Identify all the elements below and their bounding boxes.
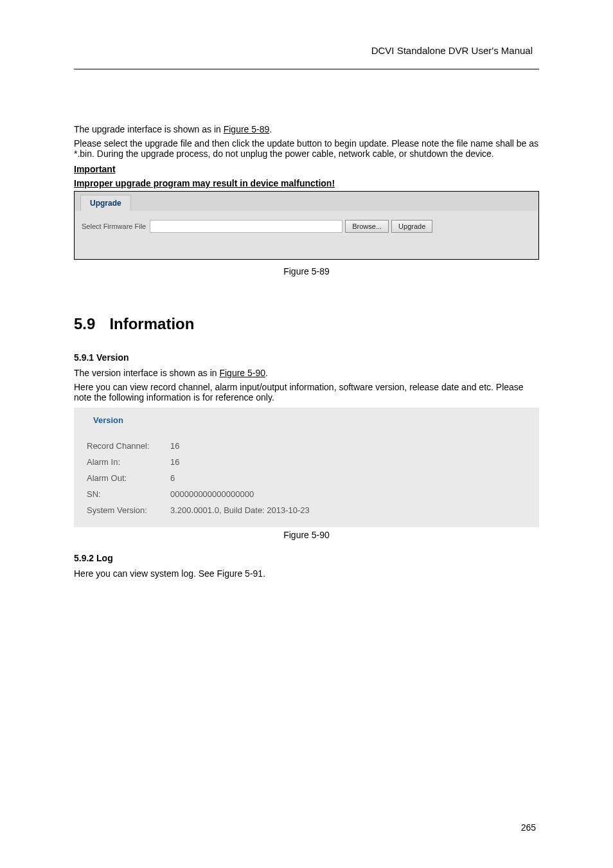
section-number: 5.9 (74, 315, 95, 333)
subsection-title: Version (96, 352, 129, 363)
subsection-number: 5.9.1 (74, 352, 94, 363)
section-title: Information (109, 315, 194, 333)
version-intro-text-1-end: . (265, 368, 268, 378)
value-record-channel: 16 (170, 441, 179, 451)
version-panel: Version Record Channel: 16 Alarm In: 16 … (74, 408, 539, 527)
label-alarm-in: Alarm In: (87, 457, 170, 467)
label-record-channel: Record Channel: (87, 441, 170, 451)
intro-text-1: The upgrade interface is shown as in (74, 124, 224, 134)
header-rule (74, 69, 539, 69)
important-text: Improper upgrade program may result in d… (74, 178, 539, 188)
row-record-channel: Record Channel: 16 (87, 438, 526, 454)
version-tab-bar: Version (74, 408, 539, 429)
section-heading: 5.9 Information (74, 315, 539, 333)
upgrade-button[interactable]: Upgrade (391, 220, 432, 233)
subsection-log-heading: 5.9.2 Log (74, 553, 539, 563)
firmware-file-input[interactable] (150, 220, 342, 233)
subsection-log-title: Log (96, 553, 113, 563)
browse-button[interactable]: Browse... (345, 220, 389, 233)
value-alarm-out: 6 (170, 473, 175, 483)
tab-version[interactable]: Version (83, 411, 134, 429)
page-number: 265 (521, 822, 536, 833)
tab-upgrade[interactable]: Upgrade (80, 195, 131, 211)
intro-line2: Please select the upgrade file and then … (74, 138, 539, 159)
important-label: Important (74, 164, 539, 174)
header-title: DCVI Standalone DVR User's Manual (74, 45, 539, 69)
log-text: Here you can view system log. See Figure… (74, 568, 539, 579)
figure-link-90[interactable]: Figure 5-90 (219, 368, 265, 378)
row-alarm-in: Alarm In: 16 (87, 454, 526, 470)
select-firmware-label: Select Firmware File (82, 222, 146, 230)
upgrade-tab-bar: Upgrade (75, 192, 538, 211)
version-intro-text-1: The version interface is shown as in (74, 368, 219, 378)
figure-caption-89: Figure 5-89 (74, 266, 539, 276)
label-system-version: System Version: (87, 505, 170, 515)
row-sn: SN: 000000000000000000 (87, 486, 526, 502)
version-intro-1: The version interface is shown as in Fig… (74, 368, 539, 378)
value-sn: 000000000000000000 (170, 489, 254, 499)
figure-caption-90: Figure 5-90 (74, 530, 539, 540)
row-alarm-out: Alarm Out: 6 (87, 470, 526, 486)
intro-line1: The upgrade interface is shown as in Fig… (74, 124, 539, 134)
upgrade-panel-container: Upgrade Select Firmware File Browse... U… (74, 191, 539, 260)
value-alarm-in: 16 (170, 457, 179, 467)
version-intro-2: Here you can view record channel, alarm … (74, 382, 539, 402)
row-system-version: System Version: 3.200.0001.0, Build Date… (87, 502, 526, 518)
subsection-heading: 5.9.1 Version (74, 352, 539, 363)
intro-text-1-end: . (269, 124, 272, 134)
value-system-version: 3.200.0001.0, Build Date: 2013-10-23 (170, 505, 310, 515)
subsection-log-number: 5.9.2 (74, 553, 94, 563)
label-sn: SN: (87, 489, 170, 499)
label-alarm-out: Alarm Out: (87, 473, 170, 483)
figure-link-89[interactable]: Figure 5-89 (224, 124, 270, 134)
